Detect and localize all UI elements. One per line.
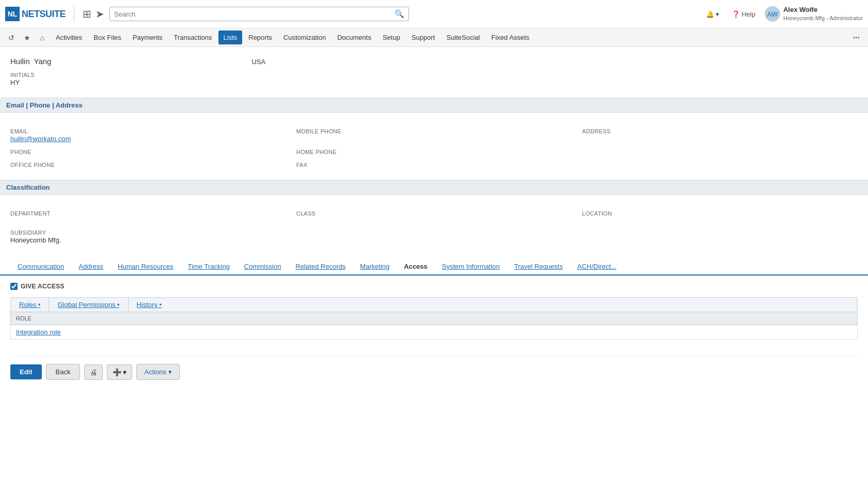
name-row: Huilin Yang USA bbox=[10, 52, 858, 66]
location-group: LOCATION bbox=[582, 206, 858, 217]
tab-communication[interactable]: Communication bbox=[10, 258, 71, 275]
subtab-global-permissions-[interactable]: Global Permissions • bbox=[49, 298, 128, 312]
menu-bar: ↺ ★ ⌂ Activities Box Files Payments Tran… bbox=[0, 28, 868, 47]
give-access-label[interactable]: GIVE ACCESS bbox=[21, 283, 65, 290]
give-access-checkbox[interactable] bbox=[10, 283, 18, 290]
add-button[interactable]: ➕ ▾ bbox=[107, 364, 132, 380]
more-menu-button[interactable]: ··· bbox=[849, 31, 864, 44]
subtab-bar: Roles •Global Permissions •History • bbox=[10, 297, 858, 312]
arrow-icon[interactable]: ➤ bbox=[96, 8, 104, 20]
address-label: ADDRESS bbox=[582, 128, 858, 134]
menu-payments[interactable]: Payments bbox=[128, 30, 168, 44]
class-label: CLASS bbox=[296, 210, 572, 217]
email-value[interactable]: huilin@workato.com bbox=[10, 135, 286, 143]
home-icon[interactable]: ⌂ bbox=[35, 30, 50, 45]
menu-support[interactable]: Support bbox=[406, 30, 440, 44]
role-link[interactable]: Integration role bbox=[16, 328, 61, 336]
location-label: LOCATION bbox=[582, 210, 858, 217]
tab-related-records[interactable]: Related Records bbox=[288, 258, 353, 275]
help-label: Help bbox=[741, 10, 755, 18]
actions-button[interactable]: Actions ▾ bbox=[136, 364, 180, 380]
help-icon: ❓ bbox=[732, 10, 740, 18]
user-info: Alex Wolfe Honeycomb Mfg - Administrator bbox=[783, 6, 863, 22]
netsuite-logo[interactable]: NL NETSUITE bbox=[5, 7, 66, 21]
tab-address[interactable]: Address bbox=[71, 258, 111, 275]
initials-row: INITIALS HY bbox=[10, 66, 858, 90]
bottom-bar: Edit Back 🖨 ➕ ▾ Actions ▾ bbox=[10, 355, 858, 385]
add-icon: ➕ bbox=[113, 368, 121, 376]
tab-commission[interactable]: Commission bbox=[237, 258, 289, 275]
tab-bar: CommunicationAddressHuman ResourcesTime … bbox=[0, 258, 868, 275]
office-phone-label: OFFICE PHONE bbox=[10, 162, 286, 168]
logo-area: NL NETSUITE ⊞ ➤ bbox=[5, 6, 104, 22]
avatar: AW bbox=[765, 6, 780, 22]
menu-customization[interactable]: Customization bbox=[278, 30, 331, 44]
add-dropdown-icon: ▾ bbox=[123, 368, 127, 376]
subsidiary-value: Honeycomb Mfg. bbox=[10, 236, 858, 244]
mobile-phone-group: MOBILE PHONE bbox=[296, 124, 572, 143]
tab-travel-requests[interactable]: Travel Requests bbox=[507, 258, 570, 275]
bell-icon: 🔔 bbox=[706, 10, 714, 18]
dropdown-icon: ▾ bbox=[716, 10, 719, 18]
address-group: ADDRESS bbox=[582, 124, 858, 143]
tab-time-tracking[interactable]: Time Tracking bbox=[181, 258, 237, 275]
search-bar: 🔍 bbox=[109, 7, 409, 21]
menu-lists[interactable]: Lists bbox=[218, 30, 243, 44]
home-phone-group: HOME PHONE bbox=[296, 145, 572, 156]
help-button[interactable]: ❓ Help bbox=[729, 8, 759, 20]
menu-suitesocial[interactable]: SuiteSocial bbox=[441, 30, 485, 44]
menu-box-files[interactable]: Box Files bbox=[88, 30, 126, 44]
initials-value: HY bbox=[10, 79, 858, 86]
tab-system-information[interactable]: System Information bbox=[435, 258, 507, 275]
phone-label: PHONE bbox=[10, 149, 286, 155]
top-right-area: 🔔 ▾ ❓ Help AW Alex Wolfe Honeycomb Mfg -… bbox=[703, 6, 863, 22]
first-name-value: Huilin bbox=[10, 57, 30, 66]
menu-fixed-assets[interactable]: Fixed Assets bbox=[486, 30, 534, 44]
office-phone-group: OFFICE PHONE bbox=[10, 158, 286, 169]
empty-group-2 bbox=[582, 158, 858, 169]
last-name-value: Yang bbox=[34, 57, 52, 66]
subtab-roles-[interactable]: Roles • bbox=[11, 298, 49, 312]
avatar-initials: AW bbox=[767, 10, 778, 18]
classification-grid: DEPARTMENT CLASS LOCATION bbox=[10, 202, 858, 221]
tab-ach/direct...[interactable]: ACH/Direct... bbox=[570, 258, 624, 275]
fax-group: FAX bbox=[296, 158, 572, 169]
user-menu[interactable]: AW Alex Wolfe Honeycomb Mfg - Administra… bbox=[765, 6, 863, 22]
tab-marketing[interactable]: Marketing bbox=[353, 258, 397, 275]
subsidiary-row: SUBSIDIARY Honeycomb Mfg. bbox=[10, 221, 858, 251]
search-input[interactable] bbox=[114, 10, 391, 18]
department-label: DEPARTMENT bbox=[10, 210, 286, 217]
menu-reports[interactable]: Reports bbox=[243, 30, 277, 44]
top-bar: NL NETSUITE ⊞ ➤ 🔍 🔔 ▾ ❓ Help AW Alex Wol… bbox=[0, 0, 868, 28]
country-value: USA bbox=[251, 58, 265, 66]
edit-button[interactable]: Edit bbox=[10, 364, 42, 379]
search-icon[interactable]: 🔍 bbox=[394, 9, 404, 19]
class-group: CLASS bbox=[296, 206, 572, 217]
history-icon[interactable]: ↺ bbox=[4, 30, 19, 45]
roles-table: ROLE Integration role bbox=[10, 312, 858, 340]
actions-label: Actions bbox=[144, 368, 166, 376]
email-group: EMAIL huilin@workato.com bbox=[10, 124, 286, 143]
tab-human-resources[interactable]: Human Resources bbox=[111, 258, 181, 275]
print-button[interactable]: 🖨 bbox=[84, 364, 103, 380]
nav-icon[interactable]: ⊞ bbox=[83, 8, 91, 20]
empty-group-1 bbox=[582, 145, 858, 156]
actions-dropdown-icon: ▾ bbox=[168, 368, 172, 376]
subtab-history-[interactable]: History • bbox=[129, 298, 170, 312]
logo-text: NETSUITE bbox=[22, 9, 66, 20]
print-icon: 🖨 bbox=[90, 368, 97, 376]
logo-divider bbox=[74, 6, 74, 22]
menu-setup[interactable]: Setup bbox=[377, 30, 405, 44]
subsidiary-label: SUBSIDIARY bbox=[10, 229, 858, 236]
user-subtitle: Honeycomb Mfg - Administrator bbox=[783, 14, 863, 22]
back-button[interactable]: Back bbox=[46, 364, 81, 380]
notifications-button[interactable]: 🔔 ▾ bbox=[703, 8, 722, 20]
role-column-header: ROLE bbox=[11, 312, 858, 325]
menu-transactions[interactable]: Transactions bbox=[169, 30, 217, 44]
phone-group: PHONE bbox=[10, 145, 286, 156]
menu-documents[interactable]: Documents bbox=[332, 30, 376, 44]
favorites-icon[interactable]: ★ bbox=[20, 30, 34, 45]
menu-activities[interactable]: Activities bbox=[51, 30, 87, 44]
tab-access[interactable]: Access bbox=[397, 258, 435, 275]
main-content: Huilin Yang USA INITIALS HY Email | Phon… bbox=[0, 47, 868, 390]
